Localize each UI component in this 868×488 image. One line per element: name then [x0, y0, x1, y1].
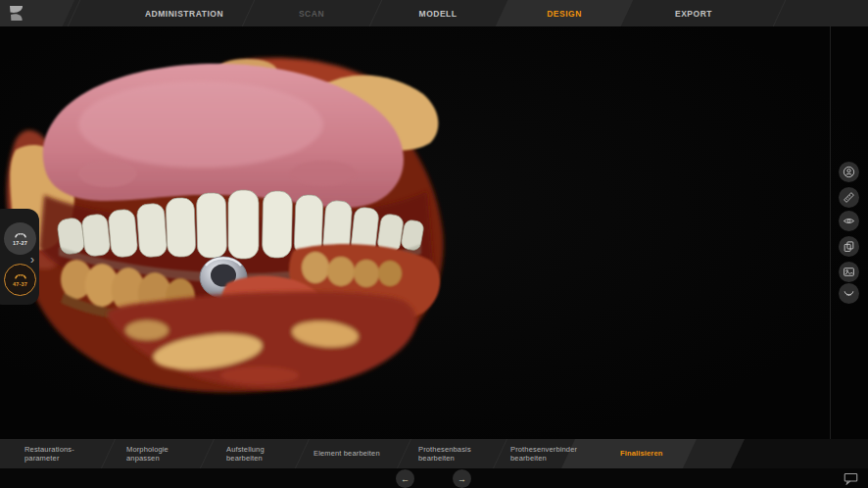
eye-icon: [843, 215, 855, 227]
jaw-lower-label: 47-37: [13, 281, 27, 287]
tab-administration[interactable]: ADMINISTRATION: [145, 9, 223, 19]
tab-export[interactable]: EXPORT: [675, 9, 712, 19]
lower-denture-arch-icon: [14, 272, 27, 280]
step-morphologie-anpassen[interactable]: Morphologie anpassen: [126, 445, 169, 463]
step-restaurationsparameter[interactable]: Restaurations- parameter: [24, 445, 74, 463]
right-toolbar-divider: [830, 26, 831, 439]
tab-separator: [773, 0, 787, 26]
jaw-upper-label: 17-27: [13, 240, 27, 246]
step-back-button[interactable]: ←: [396, 469, 414, 488]
ruler-icon: [843, 191, 855, 204]
step-forward-button[interactable]: →: [453, 469, 471, 488]
jaw-view-tool-button[interactable]: [839, 283, 859, 304]
bottom-strip: [0, 468, 868, 488]
step-label-line2: bearbeiten: [510, 454, 577, 463]
jaw-arch-icon: [843, 287, 855, 300]
jaw-chip-lower[interactable]: 47-37: [4, 264, 36, 296]
tab-separator: [369, 0, 383, 26]
brand-logo: [8, 5, 25, 25]
tab-design[interactable]: DESIGN: [547, 9, 582, 19]
step-label-line1: Finalisieren: [620, 449, 662, 458]
step-label-line1: Element bearbeiten: [313, 449, 380, 458]
step-label-line2: parameter: [24, 454, 74, 463]
step-prothesenverbinder-bearbeiten[interactable]: Prothesenverbinder bearbeiten: [510, 445, 577, 463]
app-window: ADMINISTRATION SCAN MODELL DESIGN EXPORT: [0, 0, 868, 488]
screenshot-icon: [843, 266, 855, 278]
jaw-panel-expand-chevron[interactable]: ›: [30, 253, 34, 267]
patient-icon: [843, 166, 855, 178]
step-prothesenbasis-bearbeiten[interactable]: Prothesenbasis bearbeiten: [418, 445, 471, 463]
step-element-bearbeiten[interactable]: Element bearbeiten: [313, 449, 380, 458]
step-label-line2: bearbeiten: [226, 454, 265, 463]
step-label-line1: Prothesenbasis: [418, 445, 471, 454]
jaw-chip-upper[interactable]: 17-27: [4, 222, 36, 255]
step-label-line1: Aufstellung: [226, 445, 265, 454]
comment-button[interactable]: [844, 471, 858, 488]
measure-tool-button[interactable]: [839, 187, 859, 208]
top-navigation-bar: ADMINISTRATION SCAN MODELL DESIGN EXPORT: [0, 0, 868, 26]
comment-icon: [844, 472, 858, 485]
step-label-line1: Restaurations-: [24, 445, 74, 454]
step-finalisieren[interactable]: Finalisieren: [620, 449, 662, 458]
step-label-line1: Morphologie: [126, 445, 169, 454]
visibility-tool-button[interactable]: [839, 211, 859, 231]
tab-separator: [242, 0, 256, 26]
step-label-line1: Prothesenverbinder: [510, 445, 577, 454]
copy-tool-button[interactable]: [839, 236, 859, 257]
screenshot-tool-button[interactable]: [839, 262, 859, 282]
step-label-line2: anpassen: [126, 454, 169, 463]
workflow-step-bar: Restaurations- parameter Morphologie anp…: [0, 439, 868, 468]
tab-modell[interactable]: MODELL: [419, 9, 458, 19]
tab-scan[interactable]: SCAN: [299, 9, 324, 19]
patient-tool-button[interactable]: [839, 162, 859, 182]
viewport-3d[interactable]: 17-27 47-37 ›: [0, 26, 868, 439]
denture-3d-model[interactable]: [0, 26, 868, 439]
copy-documents-icon: [843, 240, 855, 253]
upper-denture-arch-icon: [14, 231, 27, 239]
step-label-line2: bearbeiten: [418, 454, 471, 463]
step-aufstellung-bearbeiten[interactable]: Aufstellung bearbeiten: [226, 445, 265, 463]
